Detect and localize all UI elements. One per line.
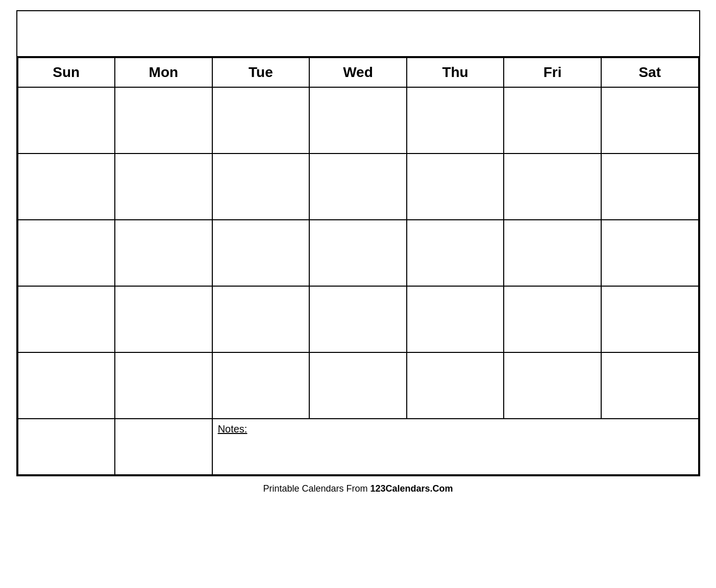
cell-r4-sun: [18, 286, 115, 352]
header-mon: Mon: [115, 58, 212, 87]
cell-r5-sun: [18, 352, 115, 419]
cell-r4-wed: [309, 286, 407, 352]
notes-row: Notes:: [18, 419, 699, 475]
calendar-row-2: [18, 154, 699, 220]
cell-r4-mon: [115, 286, 212, 352]
cell-r5-mon: [115, 352, 212, 419]
cell-r1-sun: [18, 87, 115, 154]
cell-r1-mon: [115, 87, 212, 154]
notes-label: Notes:: [218, 423, 248, 434]
cell-r2-wed: [309, 154, 407, 220]
calendar-row-5: [18, 352, 699, 419]
cell-r5-wed: [309, 352, 407, 419]
cell-r5-fri: [504, 352, 601, 419]
header-wed: Wed: [309, 58, 407, 87]
header-tue: Tue: [212, 58, 310, 87]
footer-brand: 123Calendars.Com: [371, 483, 453, 494]
cell-r3-sun: [18, 220, 115, 286]
cell-r2-sun: [18, 154, 115, 220]
cell-r5-sat: [601, 352, 699, 419]
header-sat: Sat: [601, 58, 699, 87]
calendar-row-1: [18, 87, 699, 154]
calendar-container: Sun Mon Tue Wed Thu Fri Sat: [16, 10, 700, 476]
cell-r4-tue: [212, 286, 310, 352]
calendar-table: Sun Mon Tue Wed Thu Fri Sat: [17, 57, 699, 475]
cell-r2-tue: [212, 154, 310, 220]
cell-r2-thu: [407, 154, 504, 220]
cell-r2-fri: [504, 154, 601, 220]
cell-r1-wed: [309, 87, 407, 154]
header-thu: Thu: [407, 58, 504, 87]
cell-r2-sat: [601, 154, 699, 220]
cell-r1-sat: [601, 87, 699, 154]
cell-r3-thu: [407, 220, 504, 286]
cell-r4-fri: [504, 286, 601, 352]
cell-r3-tue: [212, 220, 310, 286]
cell-r3-sat: [601, 220, 699, 286]
footer: Printable Calendars From 123Calendars.Co…: [263, 483, 453, 494]
cell-notes-mon: [115, 419, 212, 475]
cell-r2-mon: [115, 154, 212, 220]
cell-r4-sat: [601, 286, 699, 352]
cell-r5-tue: [212, 352, 310, 419]
footer-prefix: Printable Calendars From: [263, 483, 370, 494]
cell-r4-thu: [407, 286, 504, 352]
cell-r1-fri: [504, 87, 601, 154]
calendar-row-3: [18, 220, 699, 286]
header-fri: Fri: [504, 58, 601, 87]
calendar-title-row: [17, 11, 699, 57]
cell-r3-mon: [115, 220, 212, 286]
header-sun: Sun: [18, 58, 115, 87]
cell-r3-fri: [504, 220, 601, 286]
cell-r5-thu: [407, 352, 504, 419]
cell-r1-tue: [212, 87, 310, 154]
cell-notes-sun: [18, 419, 115, 475]
calendar-row-4: [18, 286, 699, 352]
cell-r1-thu: [407, 87, 504, 154]
notes-cell: Notes:: [212, 419, 699, 475]
cell-r3-wed: [309, 220, 407, 286]
day-header-row: Sun Mon Tue Wed Thu Fri Sat: [18, 58, 699, 87]
